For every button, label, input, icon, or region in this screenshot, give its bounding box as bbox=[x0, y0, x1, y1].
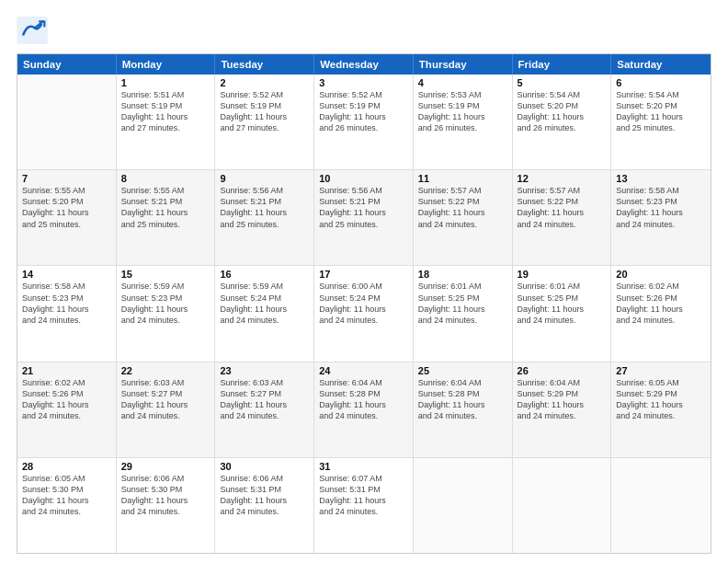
logo bbox=[17, 17, 53, 44]
page: SundayMondayTuesdayWednesdayThursdayFrid… bbox=[0, 0, 728, 563]
day-number: 11 bbox=[418, 173, 507, 184]
day-info: Sunrise: 6:01 AM Sunset: 5:25 PM Dayligh… bbox=[418, 281, 507, 326]
day-info: Sunrise: 5:52 AM Sunset: 5:19 PM Dayligh… bbox=[319, 89, 408, 134]
day-number: 15 bbox=[121, 269, 210, 280]
day-info: Sunrise: 6:03 AM Sunset: 5:27 PM Dayligh… bbox=[121, 377, 210, 422]
day-info: Sunrise: 6:00 AM Sunset: 5:24 PM Dayligh… bbox=[319, 281, 408, 326]
day-info: Sunrise: 5:54 AM Sunset: 5:20 PM Dayligh… bbox=[518, 89, 607, 134]
day-info: Sunrise: 5:53 AM Sunset: 5:19 PM Dayligh… bbox=[418, 89, 507, 134]
day-number: 9 bbox=[220, 173, 309, 184]
day-number: 6 bbox=[616, 77, 706, 88]
day-info: Sunrise: 5:54 AM Sunset: 5:20 PM Dayligh… bbox=[616, 89, 706, 134]
day-number: 30 bbox=[220, 461, 309, 472]
day-number: 8 bbox=[121, 173, 210, 184]
calendar-cell-r4-c3: 23Sunrise: 6:03 AM Sunset: 5:27 PM Dayli… bbox=[215, 362, 314, 457]
day-number: 23 bbox=[220, 365, 309, 376]
day-info: Sunrise: 5:56 AM Sunset: 5:21 PM Dayligh… bbox=[220, 185, 309, 230]
calendar-header: SundayMondayTuesdayWednesdayThursdayFrid… bbox=[17, 54, 711, 75]
calendar-row-3: 14Sunrise: 5:58 AM Sunset: 5:23 PM Dayli… bbox=[17, 266, 711, 362]
calendar-cell-r2-c5: 11Sunrise: 5:57 AM Sunset: 5:22 PM Dayli… bbox=[414, 170, 513, 265]
day-number: 29 bbox=[121, 461, 210, 472]
calendar-cell-r2-c2: 8Sunrise: 5:55 AM Sunset: 5:21 PM Daylig… bbox=[117, 170, 216, 265]
day-number: 19 bbox=[518, 269, 607, 280]
day-info: Sunrise: 6:04 AM Sunset: 5:28 PM Dayligh… bbox=[418, 377, 507, 422]
day-info: Sunrise: 6:02 AM Sunset: 5:26 PM Dayligh… bbox=[616, 281, 706, 326]
day-number: 25 bbox=[418, 365, 507, 376]
calendar-cell-r1-c5: 4Sunrise: 5:53 AM Sunset: 5:19 PM Daylig… bbox=[414, 75, 513, 169]
day-info: Sunrise: 6:05 AM Sunset: 5:30 PM Dayligh… bbox=[22, 473, 111, 518]
calendar-cell-r4-c6: 26Sunrise: 6:04 AM Sunset: 5:29 PM Dayli… bbox=[513, 362, 612, 457]
calendar-cell-r3-c3: 16Sunrise: 5:59 AM Sunset: 5:24 PM Dayli… bbox=[215, 266, 314, 361]
day-info: Sunrise: 6:02 AM Sunset: 5:26 PM Dayligh… bbox=[22, 377, 111, 422]
day-info: Sunrise: 5:55 AM Sunset: 5:20 PM Dayligh… bbox=[22, 185, 111, 230]
weekday-header-sunday: Sunday bbox=[17, 54, 117, 75]
day-number: 22 bbox=[121, 365, 210, 376]
day-number: 16 bbox=[220, 269, 309, 280]
calendar-cell-r3-c6: 19Sunrise: 6:01 AM Sunset: 5:25 PM Dayli… bbox=[513, 266, 612, 361]
day-info: Sunrise: 6:06 AM Sunset: 5:30 PM Dayligh… bbox=[121, 473, 210, 518]
calendar-cell-r5-c3: 30Sunrise: 6:06 AM Sunset: 5:31 PM Dayli… bbox=[215, 458, 314, 553]
day-number: 17 bbox=[319, 269, 408, 280]
calendar-cell-r5-c6 bbox=[513, 458, 612, 553]
calendar-cell-r5-c5 bbox=[414, 458, 513, 553]
day-info: Sunrise: 6:06 AM Sunset: 5:31 PM Dayligh… bbox=[220, 473, 309, 518]
calendar-cell-r3-c1: 14Sunrise: 5:58 AM Sunset: 5:23 PM Dayli… bbox=[17, 266, 117, 361]
day-info: Sunrise: 5:58 AM Sunset: 5:23 PM Dayligh… bbox=[22, 281, 111, 326]
calendar-row-1: 1Sunrise: 5:51 AM Sunset: 5:19 PM Daylig… bbox=[17, 75, 711, 170]
calendar-cell-r3-c4: 17Sunrise: 6:00 AM Sunset: 5:24 PM Dayli… bbox=[314, 266, 414, 361]
weekday-header-thursday: Thursday bbox=[414, 54, 513, 75]
day-number: 14 bbox=[22, 269, 111, 280]
day-info: Sunrise: 6:05 AM Sunset: 5:29 PM Dayligh… bbox=[616, 377, 706, 422]
calendar-cell-r4-c5: 25Sunrise: 6:04 AM Sunset: 5:28 PM Dayli… bbox=[414, 362, 513, 457]
day-info: Sunrise: 6:07 AM Sunset: 5:31 PM Dayligh… bbox=[319, 473, 408, 518]
day-number: 27 bbox=[616, 365, 706, 376]
day-number: 7 bbox=[22, 173, 111, 184]
calendar-cell-r5-c1: 28Sunrise: 6:05 AM Sunset: 5:30 PM Dayli… bbox=[17, 458, 117, 553]
calendar-cell-r5-c4: 31Sunrise: 6:07 AM Sunset: 5:31 PM Dayli… bbox=[314, 458, 414, 553]
calendar-cell-r4-c4: 24Sunrise: 6:04 AM Sunset: 5:28 PM Dayli… bbox=[314, 362, 414, 457]
day-number: 13 bbox=[616, 173, 706, 184]
weekday-header-monday: Monday bbox=[117, 54, 216, 75]
calendar-cell-r3-c5: 18Sunrise: 6:01 AM Sunset: 5:25 PM Dayli… bbox=[414, 266, 513, 361]
calendar-cell-r1-c2: 1Sunrise: 5:51 AM Sunset: 5:19 PM Daylig… bbox=[117, 75, 216, 169]
weekday-header-friday: Friday bbox=[513, 54, 612, 75]
day-info: Sunrise: 6:04 AM Sunset: 5:29 PM Dayligh… bbox=[518, 377, 607, 422]
logo-icon bbox=[17, 17, 50, 44]
weekday-header-saturday: Saturday bbox=[611, 54, 711, 75]
calendar-cell-r4-c1: 21Sunrise: 6:02 AM Sunset: 5:26 PM Dayli… bbox=[17, 362, 117, 457]
day-info: Sunrise: 5:59 AM Sunset: 5:24 PM Dayligh… bbox=[220, 281, 309, 326]
calendar-cell-r2-c1: 7Sunrise: 5:55 AM Sunset: 5:20 PM Daylig… bbox=[17, 170, 117, 265]
calendar-cell-r3-c2: 15Sunrise: 5:59 AM Sunset: 5:23 PM Dayli… bbox=[117, 266, 216, 361]
calendar-cell-r4-c2: 22Sunrise: 6:03 AM Sunset: 5:27 PM Dayli… bbox=[117, 362, 216, 457]
calendar-cell-r2-c6: 12Sunrise: 5:57 AM Sunset: 5:22 PM Dayli… bbox=[513, 170, 612, 265]
calendar-row-4: 21Sunrise: 6:02 AM Sunset: 5:26 PM Dayli… bbox=[17, 362, 711, 458]
day-info: Sunrise: 5:57 AM Sunset: 5:22 PM Dayligh… bbox=[418, 185, 507, 230]
calendar-cell-r4-c7: 27Sunrise: 6:05 AM Sunset: 5:29 PM Dayli… bbox=[611, 362, 711, 457]
day-info: Sunrise: 5:58 AM Sunset: 5:23 PM Dayligh… bbox=[616, 185, 706, 230]
day-number: 18 bbox=[418, 269, 507, 280]
day-number: 10 bbox=[319, 173, 408, 184]
calendar-cell-r1-c4: 3Sunrise: 5:52 AM Sunset: 5:19 PM Daylig… bbox=[314, 75, 414, 169]
day-info: Sunrise: 6:01 AM Sunset: 5:25 PM Dayligh… bbox=[518, 281, 607, 326]
calendar-cell-r2-c7: 13Sunrise: 5:58 AM Sunset: 5:23 PM Dayli… bbox=[611, 170, 711, 265]
day-number: 24 bbox=[319, 365, 408, 376]
day-info: Sunrise: 6:04 AM Sunset: 5:28 PM Dayligh… bbox=[319, 377, 408, 422]
day-number: 1 bbox=[121, 77, 210, 88]
day-info: Sunrise: 5:52 AM Sunset: 5:19 PM Dayligh… bbox=[220, 89, 309, 134]
calendar-cell-r3-c7: 20Sunrise: 6:02 AM Sunset: 5:26 PM Dayli… bbox=[611, 266, 711, 361]
calendar-cell-r1-c3: 2Sunrise: 5:52 AM Sunset: 5:19 PM Daylig… bbox=[215, 75, 314, 169]
day-number: 21 bbox=[22, 365, 111, 376]
calendar-cell-r1-c6: 5Sunrise: 5:54 AM Sunset: 5:20 PM Daylig… bbox=[513, 75, 612, 169]
calendar-row-2: 7Sunrise: 5:55 AM Sunset: 5:20 PM Daylig… bbox=[17, 170, 711, 266]
calendar-cell-r2-c4: 10Sunrise: 5:56 AM Sunset: 5:21 PM Dayli… bbox=[314, 170, 414, 265]
calendar-cell-r5-c7 bbox=[611, 458, 711, 553]
calendar-cell-r1-c1 bbox=[17, 75, 117, 169]
weekday-header-wednesday: Wednesday bbox=[314, 54, 414, 75]
calendar-body: 1Sunrise: 5:51 AM Sunset: 5:19 PM Daylig… bbox=[17, 75, 711, 553]
day-number: 26 bbox=[518, 365, 607, 376]
header bbox=[17, 17, 711, 44]
day-info: Sunrise: 5:51 AM Sunset: 5:19 PM Dayligh… bbox=[121, 89, 210, 134]
day-number: 20 bbox=[616, 269, 706, 280]
day-info: Sunrise: 5:55 AM Sunset: 5:21 PM Dayligh… bbox=[121, 185, 210, 230]
weekday-header-tuesday: Tuesday bbox=[215, 54, 314, 75]
